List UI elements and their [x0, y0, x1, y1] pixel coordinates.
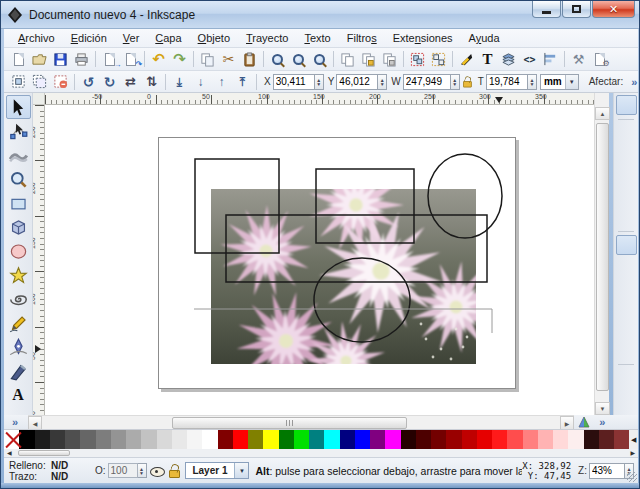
- layer-visibility-eye-icon[interactable]: [150, 464, 162, 478]
- group-button[interactable]: [407, 50, 428, 69]
- fill-stroke-dialog-button[interactable]: [456, 50, 477, 69]
- polyline-object[interactable]: [194, 309, 492, 333]
- palette-scroll-right-icon[interactable]: ▶: [630, 449, 635, 456]
- color-swatch[interactable]: [553, 430, 568, 449]
- snap-smooth-nodes-button[interactable]: [616, 319, 637, 339]
- color-swatch[interactable]: [584, 430, 599, 449]
- undo-button[interactable]: ↶: [148, 50, 169, 69]
- snap-bbox-edges-button[interactable]: [616, 144, 637, 164]
- maximize-button[interactable]: [562, 1, 591, 18]
- palette-arrow-icon[interactable]: ◀: [629, 430, 638, 449]
- ellipse-button[interactable]: [6, 239, 31, 263]
- redo-button[interactable]: ↷: [169, 50, 190, 69]
- snapbar-overflow-chevron[interactable]: »: [599, 416, 605, 428]
- menu-objeto[interactable]: Objeto: [190, 30, 238, 46]
- menu-edicion[interactable]: Edición: [63, 30, 115, 46]
- raise-to-top-button[interactable]: ⤒: [232, 72, 253, 91]
- x-field[interactable]: [273, 74, 315, 90]
- color-swatch[interactable]: [462, 430, 477, 449]
- layer-lock-icon[interactable]: [168, 464, 179, 477]
- color-profile-icon[interactable]: [577, 416, 591, 429]
- vertical-ruler[interactable]: 250200150100500: [33, 105, 45, 415]
- lower-button[interactable]: ↓: [190, 72, 211, 91]
- ungroup-button[interactable]: [428, 50, 449, 69]
- menu-texto[interactable]: Texto: [296, 30, 338, 46]
- snap-cusp-nodes-button[interactable]: [616, 298, 637, 318]
- xml-editor-button[interactable]: <>: [519, 50, 540, 69]
- toolbox-overflow-chevron[interactable]: »: [12, 416, 18, 428]
- color-swatch[interactable]: [538, 430, 553, 449]
- color-swatch[interactable]: [477, 430, 492, 449]
- menu-archivo[interactable]: Archivo: [10, 30, 63, 46]
- lock-ratio-icon[interactable]: [462, 76, 472, 86]
- menu-capa[interactable]: Capa: [147, 30, 189, 46]
- star-button[interactable]: [6, 263, 31, 287]
- zoom-field[interactable]: [589, 463, 625, 479]
- rect-object[interactable]: [226, 215, 487, 282]
- vertical-scrollbar[interactable]: ▲ ▼: [594, 93, 609, 415]
- color-swatch[interactable]: [279, 430, 294, 449]
- y-field[interactable]: [336, 74, 378, 90]
- color-swatch[interactable]: [355, 430, 370, 449]
- rotate-ccw-button[interactable]: ↺: [78, 72, 99, 91]
- zoom-page-button[interactable]: [309, 50, 330, 69]
- menu-trayecto[interactable]: Trayecto: [238, 30, 296, 46]
- color-swatch[interactable]: [233, 430, 248, 449]
- layer-selector[interactable]: Layer 1 ▼: [185, 462, 249, 479]
- enable-snapping-button[interactable]: [616, 95, 637, 115]
- color-swatch[interactable]: [324, 430, 339, 449]
- snap-bbox-corners-button[interactable]: [616, 165, 637, 185]
- color-swatch[interactable]: [614, 430, 629, 449]
- color-swatch[interactable]: [401, 430, 416, 449]
- scroll-left-arrow-icon[interactable]: ◀: [28, 416, 42, 430]
- spiral-button[interactable]: [6, 287, 31, 311]
- zoom-button[interactable]: [6, 167, 31, 191]
- rect-object[interactable]: [316, 169, 414, 243]
- lower-to-bottom-button[interactable]: ⤓: [169, 72, 190, 91]
- layers-dialog-button[interactable]: [498, 50, 519, 69]
- snap-paths-button[interactable]: [616, 256, 637, 276]
- select-all-button[interactable]: [8, 72, 29, 91]
- y-spinner[interactable]: ▲▼: [378, 74, 387, 90]
- color-swatch[interactable]: [202, 430, 217, 449]
- color-swatch[interactable]: [309, 430, 324, 449]
- horizontal-scroll-thumb[interactable]: [172, 417, 407, 429]
- horizontal-ruler[interactable]: -50050100150200250300350: [45, 93, 594, 105]
- color-swatch[interactable]: [65, 430, 80, 449]
- opacity-field[interactable]: [108, 463, 138, 478]
- print-button[interactable]: [71, 50, 92, 69]
- color-swatch[interactable]: [126, 430, 141, 449]
- paste-button[interactable]: [239, 50, 260, 69]
- window-resize-grip[interactable]: [627, 472, 637, 482]
- cut-button[interactable]: ✂: [218, 50, 239, 69]
- toolbar2-overflow-chevron[interactable]: »: [631, 76, 637, 88]
- color-swatch[interactable]: [157, 430, 172, 449]
- color-swatch[interactable]: [50, 430, 65, 449]
- flip-vertical-button[interactable]: ⇅: [141, 72, 162, 91]
- vertical-scroll-thumb[interactable]: [596, 123, 609, 391]
- canvas-viewport[interactable]: [45, 105, 594, 415]
- calligraphy-button[interactable]: [6, 359, 31, 383]
- copy-button[interactable]: [197, 50, 218, 69]
- menu-ver[interactable]: Ver: [115, 30, 148, 46]
- scroll-right-arrow-icon[interactable]: ▶: [560, 416, 574, 430]
- selector-button[interactable]: [6, 95, 31, 119]
- text-button[interactable]: A: [6, 383, 31, 407]
- raise-button[interactable]: ↑: [211, 72, 232, 91]
- horizontal-scrollbar[interactable]: ◀ ▶: [28, 415, 574, 429]
- x-spinner[interactable]: ▲▼: [315, 74, 324, 90]
- select-all-layers-button[interactable]: [29, 72, 50, 91]
- color-swatch[interactable]: [111, 430, 126, 449]
- snap-edge-midpoints-button[interactable]: [616, 186, 637, 206]
- node-editor-button[interactable]: [6, 119, 31, 143]
- pencil-button[interactable]: [6, 311, 31, 335]
- color-swatch[interactable]: [96, 430, 111, 449]
- rotate-cw-button[interactable]: ↻: [99, 72, 120, 91]
- zoom-drawing-button[interactable]: [288, 50, 309, 69]
- ellipse-object[interactable]: [428, 154, 502, 238]
- save-document-button[interactable]: [50, 50, 71, 69]
- minimize-button[interactable]: [532, 1, 561, 18]
- import-button[interactable]: →: [99, 50, 120, 69]
- inkscape-preferences-button[interactable]: ⚒: [568, 50, 589, 69]
- duplicate-button[interactable]: [337, 50, 358, 69]
